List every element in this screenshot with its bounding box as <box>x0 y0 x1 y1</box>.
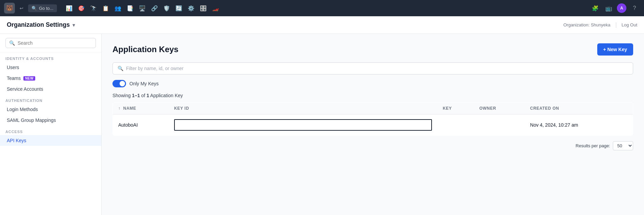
access-section-label: ACCESS <box>0 126 101 135</box>
table-row: AutoboAI Nov 4, 2024, 10:27 am <box>113 114 633 136</box>
links-icon[interactable]: 🔗 <box>149 3 160 14</box>
filter-search-icon: 🔍 <box>118 66 123 71</box>
sort-arrow-icon: ↑ <box>118 106 121 111</box>
page-title-text: Organization Settings <box>7 21 70 28</box>
col-created-on: CREATED ON <box>525 103 633 114</box>
search-binoculars-icon[interactable]: 🔭 <box>88 3 99 14</box>
col-owner-label: OWNER <box>479 106 496 111</box>
created-on-value: Nov 4, 2024, 10:27 am <box>530 122 578 128</box>
logout-button[interactable]: Log Out <box>622 22 637 27</box>
users-item-label: Users <box>7 65 19 70</box>
showing-text: Showing 1–1 of 1 Application Key <box>112 93 633 98</box>
reports-icon[interactable]: 📋 <box>100 3 111 14</box>
sidebar-search: 🔍 <box>0 34 101 52</box>
cell-key-id <box>169 114 437 136</box>
toggle-thumb <box>120 81 125 86</box>
page-header: Organization Settings ▾ Organization: Sh… <box>0 16 644 34</box>
dashboard-icon[interactable]: 📊 <box>64 3 75 14</box>
col-name-label: NAME <box>123 106 136 111</box>
page-title[interactable]: Organization Settings ▾ <box>7 21 75 28</box>
toggle-row: Only My Keys <box>112 80 633 87</box>
search-icon: 🔍 <box>9 40 15 46</box>
api-keys-item-label: API Keys <box>7 138 26 143</box>
sidebar-section-authentication: AUTHENTICATION Login Methods SAML Group … <box>0 94 101 126</box>
targets-icon[interactable]: 🎯 <box>76 3 87 14</box>
sidebar-item-api-keys[interactable]: API Keys <box>0 135 101 146</box>
identity-section-label: IDENTITY & ACCOUNTS <box>0 52 101 62</box>
app-logo[interactable]: 🐻 <box>4 3 15 14</box>
refresh-icon[interactable]: 🔄 <box>173 3 184 14</box>
chevron-down-icon: ▾ <box>72 22 75 28</box>
shield-icon[interactable]: 🛡️ <box>161 3 172 14</box>
per-page-select[interactable]: 10 25 50 100 <box>613 141 633 150</box>
search-input-wrap[interactable]: 🔍 <box>5 38 96 48</box>
table-header: ↑ NAME KEY ID KEY OWNER CREATED ON <box>113 103 633 114</box>
showing-suffix: Application Key <box>149 93 183 98</box>
results-per-page-label: Results per page: <box>576 143 610 148</box>
showing-mid: of <box>140 93 146 98</box>
col-created-on-label: CREATED ON <box>530 106 559 111</box>
goto-button[interactable]: 🔍 Go to... <box>28 4 57 12</box>
col-key-id-label: KEY ID <box>174 106 189 111</box>
teams-item-label: Teams <box>7 76 21 81</box>
login-methods-item-label: Login Methods <box>7 107 38 112</box>
authentication-section-label: AUTHENTICATION <box>0 94 101 104</box>
col-key: KEY <box>437 103 474 114</box>
header-divider <box>616 22 616 28</box>
sidebar-section-identity: IDENTITY & ACCOUNTS Users Teams NEW Serv… <box>0 52 101 94</box>
controls-icon[interactable]: 🎛️ <box>198 3 209 14</box>
app-name: AutoboAI <box>118 122 138 128</box>
saml-group-mappings-item-label: SAML Group Mappings <box>7 117 56 123</box>
cell-owner <box>474 114 525 136</box>
sidebar-item-users[interactable]: Users <box>0 62 101 73</box>
top-nav: 🐻 ↩ 🔍 Go to... 📊 🎯 🔭 📋 👥 📑 🖥️ 🔗 🛡️ 🔄 ⚙️ … <box>0 0 644 16</box>
org-label: Organization: Shunyeka <box>563 22 610 27</box>
cell-key <box>437 114 474 136</box>
main-header: Application Keys + New Key <box>112 43 633 56</box>
speed-icon[interactable]: 🏎️ <box>210 3 221 14</box>
sidebar-item-teams[interactable]: Teams NEW <box>0 73 101 84</box>
service-accounts-item-label: Service Accounts <box>7 86 43 92</box>
page-header-right: Organization: Shunyeka Log Out <box>563 22 637 28</box>
sidebar-section-access: ACCESS API Keys <box>0 126 101 146</box>
monitor-icon[interactable]: 🖥️ <box>137 3 148 14</box>
settings-icon[interactable]: ⚙️ <box>186 3 196 14</box>
pagination-row: Results per page: 10 25 50 100 <box>112 141 633 150</box>
sidebar-item-saml-group-mappings[interactable]: SAML Group Mappings <box>0 115 101 126</box>
pages-icon[interactable]: 📑 <box>125 3 136 14</box>
back-icon: ↩ <box>20 6 23 11</box>
screen-share-icon[interactable]: 📺 <box>603 3 614 14</box>
col-key-id: KEY ID <box>169 103 437 114</box>
new-key-button[interactable]: + New Key <box>597 43 633 56</box>
users-icon[interactable]: 👥 <box>112 3 123 14</box>
col-owner: OWNER <box>474 103 525 114</box>
col-name[interactable]: ↑ NAME <box>113 103 169 114</box>
col-key-label: KEY <box>443 106 452 111</box>
showing-prefix: Showing <box>112 93 132 98</box>
sidebar: 🔍 IDENTITY & ACCOUNTS Users Teams NEW Se… <box>0 34 102 215</box>
main-title: Application Keys <box>112 45 179 54</box>
back-button[interactable]: ↩ <box>18 4 25 12</box>
sidebar-item-login-methods[interactable]: Login Methods <box>0 104 101 115</box>
help-icon[interactable]: ? <box>629 3 640 14</box>
showing-range: 1–1 <box>132 93 140 98</box>
sidebar-item-service-accounts[interactable]: Service Accounts <box>0 84 101 94</box>
puzzle-icon[interactable]: 🧩 <box>590 3 601 14</box>
search-input[interactable] <box>18 40 92 46</box>
search-icon: 🔍 <box>32 6 37 11</box>
nav-icons: 📊 🎯 🔭 📋 👥 📑 🖥️ 🔗 🛡️ 🔄 ⚙️ 🎛️ 🏎️ <box>64 3 221 14</box>
main-content: Application Keys + New Key 🔍 Only My Key… <box>102 34 644 215</box>
key-id-value <box>174 119 432 131</box>
top-nav-right: 🧩 📺 A ? <box>590 3 640 14</box>
application-keys-table: ↑ NAME KEY ID KEY OWNER CREATED ON <box>112 102 633 136</box>
filter-input[interactable] <box>126 66 628 71</box>
only-my-keys-toggle[interactable] <box>112 80 126 87</box>
body-layout: 🔍 IDENTITY & ACCOUNTS Users Teams NEW Se… <box>0 34 644 215</box>
new-badge: NEW <box>23 76 35 81</box>
cell-created-on: Nov 4, 2024, 10:27 am <box>525 114 633 136</box>
filter-bar: 🔍 <box>112 62 633 74</box>
avatar[interactable]: A <box>617 3 626 13</box>
goto-label: Go to... <box>39 6 54 11</box>
table-header-row: ↑ NAME KEY ID KEY OWNER CREATED ON <box>113 103 633 114</box>
cell-name: AutoboAI <box>113 114 169 136</box>
